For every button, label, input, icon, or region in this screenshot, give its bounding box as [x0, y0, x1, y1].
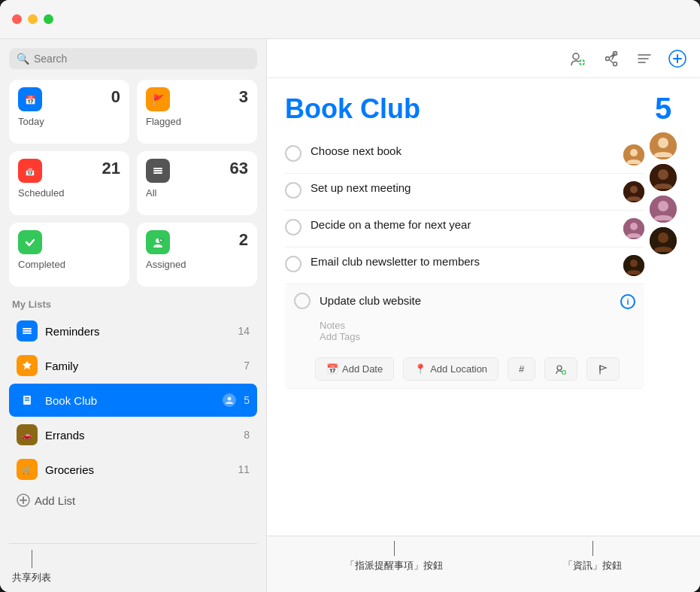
- svg-line-35: [610, 59, 614, 62]
- today-icon: 📅: [18, 87, 42, 111]
- avatar-stack-4: [650, 227, 677, 254]
- add-tag-button[interactable]: #: [508, 357, 535, 381]
- family-count: 7: [244, 360, 250, 372]
- sort-toolbar-button[interactable]: [634, 48, 655, 69]
- svg-point-49: [630, 260, 638, 267]
- task-title-5: Update club website: [320, 294, 611, 307]
- reminders-count: 14: [238, 325, 250, 337]
- smart-list-assigned[interactable]: + Assigned 2: [137, 223, 257, 287]
- list-item-family[interactable]: Family 7: [9, 349, 257, 382]
- table-row[interactable]: Choose next book: [285, 137, 644, 174]
- minimize-button[interactable]: [28, 14, 38, 24]
- bookclub-label: Book Club: [45, 394, 215, 407]
- flagged-count: 3: [239, 87, 248, 107]
- share-toolbar-button[interactable]: [601, 48, 622, 69]
- location-icon: 📍: [414, 363, 426, 375]
- all-label: All: [146, 187, 248, 199]
- content-area: 「指派對象」按鈕: [267, 39, 700, 592]
- info-button[interactable]: i: [620, 294, 635, 309]
- maximize-button[interactable]: [44, 14, 53, 24]
- assigned-label: Assigned: [146, 259, 248, 270]
- add-list-button[interactable]: Add List: [9, 487, 257, 513]
- search-input[interactable]: [34, 53, 250, 65]
- add-date-label: Add Date: [342, 363, 383, 375]
- task-content-2: Set up next meeting: [311, 181, 614, 195]
- svg-text:+: +: [159, 238, 162, 243]
- today-count: 0: [111, 87, 120, 107]
- task-count-badge: 5: [655, 93, 671, 123]
- svg-text:🚗: 🚗: [22, 430, 32, 440]
- close-button[interactable]: [12, 14, 22, 24]
- svg-point-56: [658, 138, 668, 148]
- flag-button[interactable]: [586, 357, 620, 381]
- shared-list-annotation: 共享列表: [12, 571, 51, 584]
- right-panel: 5: [644, 93, 682, 521]
- avatar-stack-1: [650, 132, 677, 159]
- assign-icon: [556, 364, 566, 375]
- task-title-2: Set up next meeting: [311, 181, 411, 194]
- all-count: 63: [230, 159, 248, 178]
- add-location-label: Add Location: [430, 363, 487, 375]
- svg-point-60: [658, 201, 668, 211]
- search-bar[interactable]: 🔍: [9, 48, 257, 69]
- add-date-button[interactable]: 📅 Add Date: [315, 357, 394, 381]
- flag-icon: [598, 364, 608, 375]
- smart-list-all[interactable]: All 63: [137, 151, 257, 215]
- table-row[interactable]: Update club website i Notes Add Tags 📅 A…: [285, 284, 644, 389]
- svg-point-58: [658, 169, 668, 180]
- tag-icon: #: [519, 363, 524, 375]
- smart-list-scheduled[interactable]: 📅 Scheduled 21: [9, 151, 129, 215]
- table-row[interactable]: Decide on a theme for next year: [285, 211, 644, 247]
- family-icon: [17, 355, 38, 376]
- svg-point-45: [630, 186, 638, 193]
- bottom-annotation-bar: 「指派提醒事項」按鈕 「資訊」按鈕: [267, 536, 700, 592]
- task-checkbox-2[interactable]: [285, 182, 302, 199]
- task-checkbox-1[interactable]: [285, 145, 302, 162]
- assigned-count: 2: [239, 230, 248, 250]
- assign-reminder-annotation: 「指派提醒事項」按鈕: [345, 541, 443, 572]
- add-tags[interactable]: Add Tags: [320, 331, 635, 342]
- reminders-label: Reminders: [45, 325, 230, 338]
- main-container: 🔍 📅 Today 0: [0, 39, 700, 592]
- completed-label: Completed: [18, 259, 120, 270]
- app-window: 🔍 📅 Today 0: [0, 0, 700, 592]
- list-item-reminders[interactable]: Reminders 14: [9, 314, 257, 348]
- assign-toolbar-button[interactable]: [568, 48, 589, 69]
- svg-text:🛒: 🛒: [22, 464, 32, 475]
- task-title-3: Decide on a theme for next year: [311, 218, 471, 231]
- scheduled-count: 21: [102, 159, 120, 178]
- avatar-3: [623, 218, 644, 239]
- smart-list-flagged[interactable]: 🚩 Flagged 3: [137, 80, 257, 144]
- smart-list-completed[interactable]: Completed: [9, 223, 129, 287]
- content-toolbar: 「指派對象」按鈕: [267, 39, 700, 78]
- avatar-1: [623, 144, 644, 165]
- family-label: Family: [45, 360, 236, 372]
- task-title-4: Email club newsletter to members: [311, 255, 480, 268]
- task-checkbox-3[interactable]: [285, 219, 302, 235]
- list-item-groceries[interactable]: 🛒 Groceries 11: [9, 453, 257, 486]
- task-checkbox-4[interactable]: [285, 256, 302, 272]
- assign-button[interactable]: [544, 357, 577, 381]
- reminders-icon: [17, 320, 38, 342]
- task-content-3: Decide on a theme for next year: [311, 218, 614, 232]
- smart-list-today[interactable]: 📅 Today 0: [9, 80, 129, 144]
- avatar-2: [623, 181, 644, 202]
- svg-point-32: [606, 56, 610, 60]
- bookclub-count: 5: [244, 394, 250, 406]
- avatar-stack-2: [650, 164, 677, 191]
- search-icon: 🔍: [17, 53, 29, 65]
- list-item-errands[interactable]: 🚗 Errands 8: [9, 418, 257, 451]
- add-task-button[interactable]: [667, 48, 688, 69]
- table-row[interactable]: Set up next meeting: [285, 174, 644, 211]
- table-row[interactable]: Email club newsletter to members: [285, 247, 644, 284]
- task-checkbox-5[interactable]: [294, 293, 311, 309]
- content-scroll: Book Club Choose next book: [267, 78, 700, 536]
- list-item-bookclub[interactable]: Book Club 5: [9, 384, 257, 417]
- bookclub-icon: [17, 390, 38, 411]
- svg-point-21: [228, 397, 232, 401]
- task-notes: Notes: [320, 320, 635, 331]
- svg-point-47: [630, 223, 638, 230]
- add-location-button[interactable]: 📍 Add Location: [403, 357, 498, 381]
- all-icon: [146, 159, 170, 183]
- errands-count: 8: [244, 429, 250, 441]
